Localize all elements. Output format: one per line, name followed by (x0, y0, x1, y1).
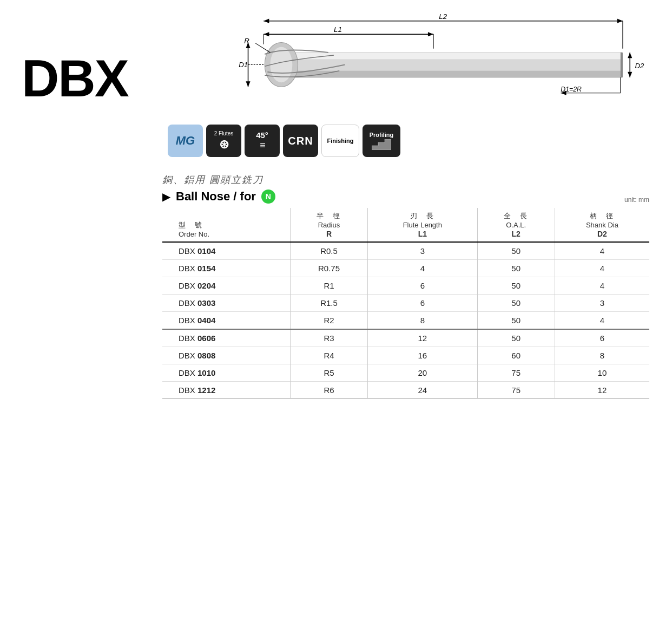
japanese-subtitle: 銅、鋁用 圓頭立銑刀 (162, 173, 649, 186)
svg-marker-13 (628, 72, 632, 77)
svg-rect-2 (273, 71, 622, 77)
table-row: DBX 0606R312506 (162, 329, 649, 347)
svg-text:L1: L1 (334, 25, 342, 34)
svg-text:L2: L2 (439, 12, 447, 21)
badge-45deg: 45° ≡ (245, 125, 280, 157)
table-row: DBX 0104R0.53504 (162, 242, 649, 260)
svg-marker-26 (263, 19, 269, 23)
material-n-badge: N (261, 190, 275, 204)
specifications-table: 型 號 Order No. 半 徑 Radius R 刃 長 Flute Len… (162, 208, 649, 399)
feature-badges: MG 2 Flutes ⊛ 45° ≡ CRN Finishing Profil… (168, 125, 400, 157)
svg-marker-8 (246, 81, 250, 87)
col-header-radius: 半 徑 Radius R (290, 208, 367, 242)
title-triangle-icon: ▶ (162, 190, 170, 203)
col-header-order: 型 號 Order No. (162, 208, 290, 242)
badge-mg: MG (168, 125, 203, 157)
table-row: DBX 0204R16504 (162, 277, 649, 295)
svg-text:D1: D1 (239, 61, 248, 69)
svg-marker-32 (372, 139, 391, 150)
svg-text:R: R (244, 37, 249, 45)
table-row: DBX 0404R28504 (162, 312, 649, 330)
tool-diagram: D1 D2 D1=2R L1 L2 R (162, 11, 649, 130)
svg-line-30 (255, 43, 271, 53)
table-row: DBX 0808R416608 (162, 347, 649, 364)
svg-rect-3 (621, 53, 623, 77)
svg-text:D2: D2 (635, 62, 644, 70)
svg-marker-12 (628, 53, 632, 58)
table-row: DBX 0303R1.56503 (162, 295, 649, 312)
product-title: Ball Nose / for (176, 190, 256, 204)
unit-label: unit: mm (624, 196, 649, 204)
badge-profiling: Profiling (363, 125, 400, 157)
svg-marker-27 (617, 19, 623, 23)
product-title-row: ▶ Ball Nose / for N unit: mm (162, 190, 649, 204)
profiling-icon (372, 139, 391, 150)
table-row: DBX 1010R5207510 (162, 364, 649, 382)
badge-crn: CRN (283, 125, 318, 157)
table-row: DBX 1212R6247512 (162, 382, 649, 399)
badge-finishing: Finishing (321, 125, 359, 157)
svg-marker-21 (428, 32, 433, 36)
table-row: DBX 0154R0.754504 (162, 260, 649, 277)
svg-marker-20 (263, 32, 269, 36)
product-info: 銅、鋁用 圓頭立銑刀 ▶ Ball Nose / for N unit: mm … (162, 173, 649, 399)
badge-2flutes: 2 Flutes ⊛ (206, 125, 241, 157)
col-header-flute: 刃 長 Flute Length L1 (368, 208, 477, 242)
col-header-oal: 全 長 O.A.L. L2 (477, 208, 555, 242)
product-logo: DBX (22, 49, 128, 108)
col-header-shank: 柄 徑 Shank Dia D2 (555, 208, 649, 242)
